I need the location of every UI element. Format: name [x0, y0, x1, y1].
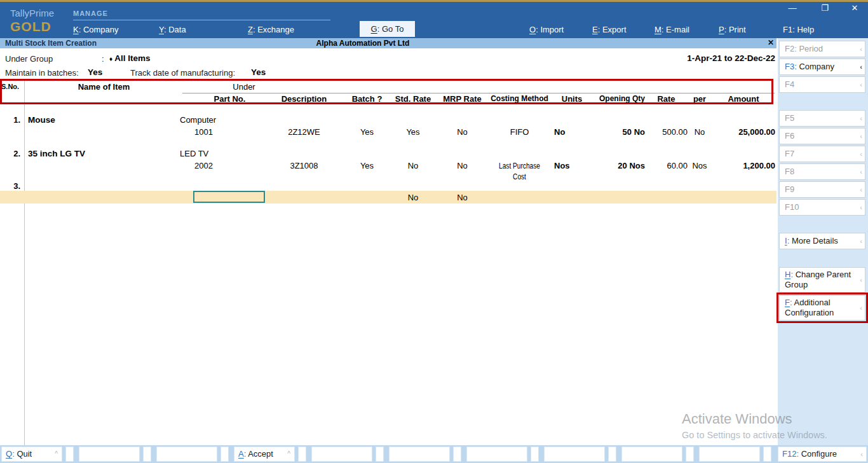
- row-units[interactable]: No: [554, 127, 591, 137]
- under-group-colon: :: [102, 54, 104, 64]
- bottombar-empty-button: [453, 446, 461, 462]
- manage-underline: [73, 20, 330, 20]
- row-sno: 2.: [0, 148, 20, 159]
- sidebar-f3-company[interactable]: F3: Company‹: [779, 59, 865, 75]
- function-key-sidebar: F2: Period‹ F3: Company‹ F4‹ F5‹ F6‹ F7‹…: [778, 38, 868, 445]
- minimize-icon[interactable]: —: [786, 3, 799, 13]
- row-description[interactable]: 3Z1008: [265, 160, 343, 171]
- column-header-opening-qty: Opening Qty: [591, 93, 645, 104]
- track-manufacturing-value[interactable]: Yes: [251, 67, 266, 77]
- active-mrp-rate[interactable]: No: [438, 192, 486, 203]
- chevron-left-icon: ‹: [860, 62, 862, 73]
- row-mrp-rate[interactable]: No: [438, 160, 486, 171]
- maintain-batches-value[interactable]: Yes: [88, 67, 102, 77]
- accept-button[interactable]: A: Accept^: [234, 446, 295, 462]
- part-no-input[interactable]: [193, 191, 265, 203]
- bottombar-empty-button: [466, 446, 527, 462]
- column-header-rate: Rate: [645, 93, 688, 104]
- bottombar-empty-button: [686, 446, 694, 462]
- row-opening-qty[interactable]: 20 Nos: [591, 160, 645, 171]
- table-row: 2. 35 inch LG TV LED TV 2002 3Z1008 Yes …: [0, 147, 776, 172]
- menu-email[interactable]: M: E-mail: [654, 24, 689, 36]
- row-under-group[interactable]: Computer: [180, 114, 307, 125]
- caret-up-icon: ^: [55, 447, 58, 461]
- app-edition-badge: GOLD: [10, 19, 51, 34]
- sidebar-more-details[interactable]: I: More Details‹: [779, 233, 865, 249]
- row-batch[interactable]: Yes: [343, 127, 391, 137]
- row-std-rate[interactable]: Yes: [388, 127, 438, 137]
- bottom-action-bar: Q: Quit^ A: Accept^ F12: Configure‹: [0, 445, 868, 463]
- row-name[interactable]: 35 inch LG TV: [28, 148, 180, 159]
- row-per[interactable]: No: [688, 127, 712, 137]
- bottombar-empty-button: [699, 446, 760, 462]
- sidebar-additional-configuration[interactable]: F: Additional Configuration‹: [779, 295, 865, 321]
- bottombar-empty-button: [298, 446, 306, 462]
- row-opening-qty[interactable]: 50 No: [591, 127, 645, 137]
- diamond-bullet-icon: ♦: [109, 55, 112, 62]
- row-part-no[interactable]: 2002: [194, 160, 265, 171]
- row-description[interactable]: 2Z12WE: [265, 127, 343, 137]
- row-std-rate[interactable]: No: [388, 160, 438, 171]
- configure-button[interactable]: F12: Configure‹: [778, 446, 867, 462]
- menu-data[interactable]: Y: Data: [159, 24, 186, 36]
- column-header-description: Description: [265, 93, 343, 104]
- screen-title-bar: Multi Stock Item Creation Alpha Automati…: [0, 38, 776, 48]
- period-value: 1-Apr-21 to 22-Dec-22: [687, 53, 775, 63]
- row-costing-method[interactable]: Last Purchase Cost: [486, 160, 553, 171]
- bottombar-empty-button: [608, 446, 616, 462]
- menu-export[interactable]: E: Export: [592, 24, 627, 36]
- column-header-per: per: [688, 93, 712, 104]
- row-batch[interactable]: Yes: [343, 160, 391, 171]
- bottombar-empty-button: [156, 446, 217, 462]
- bottombar-empty-button: [311, 446, 372, 462]
- restore-icon[interactable]: ❐: [818, 3, 831, 13]
- bottombar-empty-button: [531, 446, 539, 462]
- column-header-batch: Batch ?: [343, 93, 391, 104]
- active-std-rate[interactable]: No: [388, 192, 438, 203]
- menu-import[interactable]: O: Import: [529, 24, 564, 36]
- chevron-left-icon: ‹: [860, 167, 862, 177]
- manage-section-label: MANAGE: [73, 10, 108, 17]
- column-header-amount: Amount: [712, 93, 775, 104]
- under-group-value[interactable]: ♦ All Items: [109, 53, 151, 63]
- quit-button[interactable]: Q: Quit^: [1, 446, 62, 462]
- sidebar-change-parent-group[interactable]: H: Change Parent Group‹: [779, 267, 865, 293]
- chevron-left-icon: ‹: [860, 79, 862, 90]
- bottombar-empty-button: [79, 446, 140, 462]
- row-under-group[interactable]: LED TV: [180, 148, 307, 159]
- row-part-no[interactable]: 1001: [194, 127, 265, 137]
- row-units[interactable]: Nos: [554, 160, 591, 171]
- bottombar-empty-button: [376, 446, 384, 462]
- menu-company[interactable]: K: Company: [73, 24, 119, 36]
- goto-button[interactable]: G: Go To: [360, 21, 415, 37]
- row-name[interactable]: Mouse: [28, 114, 180, 125]
- chevron-left-icon: ‹: [860, 275, 862, 285]
- row-amount[interactable]: 25,000.00: [712, 127, 775, 137]
- menu-help[interactable]: F1: Help: [783, 24, 814, 36]
- sidebar-f6: F6‹: [779, 128, 865, 144]
- row-amount[interactable]: 1,200.00: [712, 160, 775, 171]
- row-rate[interactable]: 60.00: [645, 160, 688, 171]
- column-header-costing-method: Costing Method: [486, 93, 553, 104]
- sidebar-f10: F10‹: [779, 199, 865, 216]
- chevron-left-icon: ‹: [860, 44, 862, 55]
- column-header-units: Units: [553, 93, 591, 104]
- sidebar-f7: F7‹: [779, 146, 865, 162]
- bottombar-empty-button: [65, 446, 74, 462]
- row-rate[interactable]: 500.00: [645, 127, 688, 137]
- track-manufacturing-label: Track date of manufacturing:: [130, 68, 235, 78]
- top-menu-bar: TallyPrime GOLD — ❐ ✕ MANAGE K: Company …: [0, 2, 868, 38]
- screen-close-icon[interactable]: ✕: [768, 38, 774, 47]
- bottombar-empty-button: [389, 446, 450, 462]
- menu-print[interactable]: P: Print: [719, 24, 746, 36]
- column-header-name: Name of Item: [28, 81, 180, 92]
- row-per[interactable]: Nos: [688, 160, 712, 171]
- close-icon[interactable]: ✕: [848, 3, 861, 13]
- sidebar-f4: F4‹: [779, 76, 865, 93]
- row-mrp-rate[interactable]: No: [438, 127, 486, 137]
- row-costing-method[interactable]: FIFO: [486, 127, 553, 137]
- menu-exchange[interactable]: Z: Exchange: [248, 24, 294, 36]
- under-group-label: Under Group: [5, 54, 53, 64]
- bottombar-empty-button: [220, 446, 229, 462]
- app-name: TallyPrime: [10, 8, 54, 18]
